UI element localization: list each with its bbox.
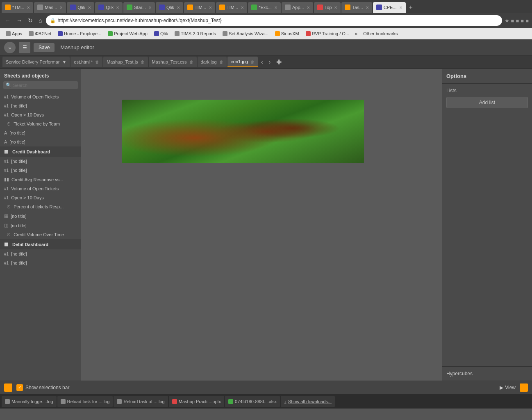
bookmark-qlik[interactable]: Qlik <box>152 30 171 37</box>
ext-icon2[interactable]: ■ <box>516 18 519 24</box>
bookmark-rvp[interactable]: RVP Training / O... <box>303 30 352 37</box>
sidebar-item-pct-tickets[interactable]: ⏲ Percent of tickets Resp... <box>0 202 81 211</box>
tab-close-13[interactable]: ✕ <box>399 5 402 10</box>
sidebar-item-credit-notitle-2[interactable]: #1 [no title] <box>0 166 81 175</box>
taskbar-item-5[interactable]: 074fd180-888f....xlsx <box>225 396 280 407</box>
taskbar-item-3[interactable]: Reload task of ....log <box>114 396 168 407</box>
editor-tab-iron[interactable]: iron1.jpg 🗑 <box>227 57 258 67</box>
add-list-button[interactable]: Add list <box>446 97 528 108</box>
sidebar-item-grid-notitle[interactable]: ◫ [no title] <box>0 221 81 230</box>
sidebar-item-notitle-a1[interactable]: A [no title] <box>0 128 81 137</box>
browser-tab-9[interactable]: *Exc... ✕ <box>248 2 281 13</box>
editor-tab-app[interactable]: Service Delivery Performar ▼ <box>2 57 70 67</box>
sidebar-item-debit-notitle-1[interactable]: #1 [no title] <box>0 249 81 258</box>
text-icon-2: A <box>4 139 7 144</box>
tab-close-5[interactable]: ✕ <box>148 5 152 10</box>
editor-tab-dark[interactable]: dark.jpg 🗑 <box>198 57 227 67</box>
sidebar-item-volume-open[interactable]: #1 Volume of Open Tickets <box>0 92 81 101</box>
sidebar-item-table-notitle[interactable]: ▦ [no title] <box>0 211 81 221</box>
bookmark-siriusxm[interactable]: SiriusXM <box>273 30 302 37</box>
taskbar-show-all[interactable]: ↓ Show all downloads... <box>281 396 335 407</box>
browser-tab-2[interactable]: Mas... ✕ <box>34 2 66 13</box>
sidebar-item-credit-avg[interactable]: ▮▮ Credit Avg Response vs... <box>0 175 81 184</box>
browser-tab-13[interactable]: CPE... ✕ <box>373 2 406 13</box>
show-selections-checkbox[interactable]: ✓ <box>16 384 23 391</box>
tab-close-10[interactable]: ✕ <box>307 5 310 10</box>
star-icon[interactable]: ★ <box>505 18 509 24</box>
browser-tab-8[interactable]: TIM... ✕ <box>216 2 247 13</box>
app-logo-button[interactable]: ○ <box>4 42 16 53</box>
new-tab-button[interactable]: + <box>407 4 415 11</box>
ext-icon1[interactable]: ■ <box>511 18 514 24</box>
browser-tab-11[interactable]: Top ✕ <box>314 2 341 13</box>
main-layout: Sheets and objects 🔍 #1 Volume of Open T… <box>0 69 532 381</box>
tab-close-2[interactable]: ✕ <box>59 5 63 10</box>
tab-close-11[interactable]: ✕ <box>334 5 337 10</box>
bookmark-home-employee[interactable]: Home - Employe... <box>55 30 104 37</box>
browser-tab-5[interactable]: Star... ✕ <box>123 2 155 13</box>
sidebar-section-credit[interactable]: ▦ Credit Dashboard <box>0 146 81 157</box>
ext-icon3[interactable]: ■ <box>521 18 524 24</box>
browser-tab-12[interactable]: Tas... ✕ <box>341 2 372 13</box>
sidebar-item-credit-open10[interactable]: #1 Open > 10 Days <box>0 193 81 202</box>
editor-tab-html[interactable]: est.html * 🗑 <box>70 57 102 67</box>
browser-tab-7[interactable]: TIM... ✕ <box>184 2 215 13</box>
tab-del-html[interactable]: 🗑 <box>95 60 99 64</box>
tab-close-4[interactable]: ✕ <box>116 5 119 10</box>
taskbar-item-1[interactable]: Manually trigge....log <box>2 396 57 407</box>
browser-tab-1[interactable]: *TM... ✕ <box>2 2 33 13</box>
editor-tab-js[interactable]: Mashup_Test.js 🗑 <box>103 57 148 67</box>
taskbar-item-2[interactable]: Reload task for ....log <box>57 396 113 407</box>
back-button[interactable]: ← <box>3 16 12 25</box>
browser-tab-10[interactable]: App... ✕ <box>282 2 313 13</box>
bookmarks-folder[interactable]: Other bookmarks <box>361 30 400 37</box>
tab-close-8[interactable]: ✕ <box>241 5 244 10</box>
tab-close-6[interactable]: ✕ <box>177 5 180 10</box>
menu-button[interactable]: ☰ <box>19 42 30 53</box>
sidebar-search[interactable]: 🔍 <box>3 81 78 89</box>
save-button[interactable]: Save <box>34 43 55 52</box>
tab-del-css[interactable]: 🗑 <box>189 60 193 64</box>
sidebar-item-credit-vol-open[interactable]: #1 Volume of Open Tickets <box>0 184 81 193</box>
app-title: Mashup editor <box>60 44 94 50</box>
sidebar-item-notitle-1[interactable]: #1 [no title] <box>0 101 81 110</box>
refresh-button[interactable]: ↻ <box>26 16 34 25</box>
sidebar-item-credit-notitle-1[interactable]: #1 [no title] <box>0 157 81 166</box>
show-selections-toggle[interactable]: ✓ Show selections bar <box>16 384 69 391</box>
bookmark-phbsnet[interactable]: ΦΒΣNet <box>26 30 54 37</box>
sidebar-item-notitle-a2[interactable]: A [no title] <box>0 137 81 146</box>
address-bar[interactable]: 🔒 https://servicemetrics.pscu.net/dev-hu… <box>46 15 502 26</box>
tab-close-3[interactable]: ✕ <box>88 5 91 10</box>
tab-del-dark[interactable]: 🗑 <box>219 60 223 64</box>
bookmark-tims[interactable]: TIMS 2.0 Reports <box>172 30 218 37</box>
forward-button[interactable]: → <box>15 16 24 25</box>
tab-close-1[interactable]: ✕ <box>27 5 30 10</box>
tab-del-iron[interactable]: 🗑 <box>250 59 255 64</box>
tab-next-button[interactable]: › <box>266 58 273 66</box>
sidebar-item-credit-vol-time[interactable]: ⏲ Credit Volume Over Time <box>0 230 81 239</box>
bookmarks-more-button[interactable]: » <box>353 30 359 37</box>
search-input[interactable] <box>11 83 75 88</box>
tab-close-7[interactable]: ✕ <box>209 5 212 10</box>
bookmark-project-web[interactable]: Project Web App <box>105 30 150 37</box>
browser-tab-4[interactable]: Qlik ✕ <box>95 2 123 13</box>
browser-tab-3[interactable]: Qlik ✕ <box>67 2 94 13</box>
sidebar-item-ticket-volume[interactable]: ⏲ Ticket Volume by Team <box>0 119 81 128</box>
taskbar-item-4[interactable]: Mashup Practi....pptx <box>169 396 224 407</box>
bookmark-set-analysis[interactable]: Set Analysis Wiza... <box>220 30 271 37</box>
sidebar-header: Sheets and objects <box>0 69 81 81</box>
browser-tab-6[interactable]: Qlik ✕ <box>156 2 183 13</box>
bookmark-apps[interactable]: Apps <box>3 30 25 37</box>
tab-close-9[interactable]: ✕ <box>274 5 277 10</box>
tab-close-12[interactable]: ✕ <box>366 5 369 10</box>
sidebar-item-debit-notitle-2[interactable]: #1 [no title] <box>0 258 81 267</box>
ext-icon4[interactable]: ■ <box>525 18 529 24</box>
tab-add-button[interactable]: ✚ <box>274 57 284 67</box>
home-button[interactable]: ⌂ <box>37 16 43 25</box>
view-button[interactable]: ▶ View <box>500 385 516 390</box>
sidebar-item-open10[interactable]: #1 Open > 10 Days <box>0 110 81 119</box>
tab-del-js[interactable]: 🗑 <box>141 60 145 64</box>
editor-tab-css[interactable]: Mashup_Test.css 🗑 <box>149 57 197 67</box>
sidebar-section-debit[interactable]: ▦ Debit Dashboard <box>0 239 81 249</box>
tab-prev-button[interactable]: ‹ <box>259 58 266 66</box>
